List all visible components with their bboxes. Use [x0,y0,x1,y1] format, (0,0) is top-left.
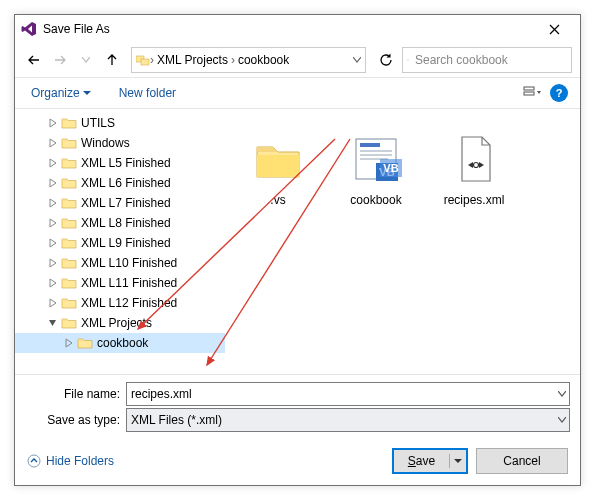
tree-toggle[interactable] [47,217,59,229]
folder-icon [61,215,77,231]
tree-toggle[interactable] [47,117,59,129]
breadcrumb-seg-1[interactable]: cookbook [235,53,292,67]
chevron-down-icon [82,57,90,63]
folder-icon [61,255,77,271]
folder-icon [61,175,77,191]
chevron-down-icon [558,391,566,397]
file-item[interactable]: recipes.xml [429,125,519,366]
tree-toggle[interactable] [63,337,75,349]
svg-point-2 [407,59,408,60]
folder-icon [61,155,77,171]
tree-item-label: XML L9 Finished [81,236,171,250]
close-button[interactable] [534,15,574,43]
chevron-down-icon [83,90,91,96]
folder-icon [61,115,77,131]
tree-item[interactable]: XML L12 Finished [15,293,225,313]
search-icon [407,53,409,67]
file-item[interactable]: .vs [233,125,323,366]
arrow-left-icon [27,53,41,67]
cancel-label: Cancel [503,454,540,468]
tree-toggle[interactable] [47,237,59,249]
view-options-button[interactable] [520,82,544,104]
save-button[interactable]: Save [392,448,468,474]
folder-icon [77,335,93,351]
up-button[interactable] [101,49,123,71]
tree-toggle[interactable] [47,197,59,209]
xmlfile-icon [446,131,502,187]
tree-toggle[interactable] [47,157,59,169]
tree-toggle[interactable] [47,317,59,329]
save-dropdown[interactable] [450,458,466,464]
file-list[interactable]: .vsVBVBcookbookrecipes.xml [225,109,580,374]
file-item[interactable]: VBVBcookbook [331,125,421,366]
file-item-label: .vs [270,193,285,207]
tree-item-label: XML L8 Finished [81,216,171,230]
tree-item-label: cookbook [97,336,148,350]
chevron-down-icon [558,417,566,423]
forward-button[interactable] [49,49,71,71]
new-folder-button[interactable]: New folder [115,84,180,102]
arrow-right-icon [53,53,67,67]
tree-item[interactable]: XML L5 Finished [15,153,225,173]
tree-item[interactable]: XML L9 Finished [15,233,225,253]
file-item-label: recipes.xml [444,193,505,207]
breadcrumb[interactable]: › XML Projects › cookbook [131,47,366,73]
filename-combo[interactable]: recipes.xml [126,382,570,406]
search-input[interactable] [413,52,567,68]
tree-toggle[interactable] [47,297,59,309]
refresh-icon [379,53,393,67]
savetype-value: XML Files (*.xml) [131,413,222,427]
folder-icon [61,235,77,251]
svg-rect-4 [524,92,534,95]
tree-toggle[interactable] [47,257,59,269]
search-box[interactable] [402,47,572,73]
svg-text:VB: VB [383,162,398,174]
filename-value: recipes.xml [131,387,192,401]
svg-point-17 [28,455,40,467]
svg-rect-8 [360,154,392,156]
tree-item[interactable]: XML L11 Finished [15,273,225,293]
tree-toggle[interactable] [47,137,59,149]
organize-label: Organize [31,86,80,100]
cancel-button[interactable]: Cancel [476,448,568,474]
tree-item[interactable]: UTILS [15,113,225,133]
help-button[interactable]: ? [550,84,568,102]
tree-item[interactable]: XML L8 Finished [15,213,225,233]
tree-item-label: XML L10 Finished [81,256,177,270]
hide-folders-button[interactable]: Hide Folders [27,454,114,468]
refresh-button[interactable] [374,48,398,72]
file-item-label: cookbook [350,193,401,207]
folder-icon [61,135,77,151]
navbar: › XML Projects › cookbook [15,43,580,77]
recent-dropdown[interactable] [75,49,97,71]
tree-item[interactable]: XML Projects [15,313,225,333]
svg-rect-1 [141,59,149,65]
new-folder-label: New folder [119,86,176,100]
breadcrumb-drop[interactable] [353,57,361,63]
view-icon [523,86,541,100]
tree-item[interactable]: Windows [15,133,225,153]
savetype-label: Save as type: [25,413,120,427]
folder-tree[interactable]: UTILSWindowsXML L5 FinishedXML L6 Finish… [15,109,225,374]
hide-folders-label: Hide Folders [46,454,114,468]
breadcrumb-seg-0[interactable]: XML Projects [154,53,231,67]
tree-item[interactable]: XML L7 Finished [15,193,225,213]
tree-toggle[interactable] [47,277,59,289]
savetype-combo[interactable]: XML Files (*.xml) [126,408,570,432]
chevron-down-icon [454,458,462,464]
vs-logo-icon [21,21,37,37]
tree-item[interactable]: XML L6 Finished [15,173,225,193]
tree-item-label: XML L11 Finished [81,276,177,290]
tree-item[interactable]: cookbook [15,333,225,353]
tree-toggle[interactable] [47,177,59,189]
tree-item[interactable]: XML L10 Finished [15,253,225,273]
svg-rect-7 [360,150,392,152]
back-button[interactable] [23,49,45,71]
organize-button[interactable]: Organize [27,84,95,102]
folder-icon [250,131,306,187]
close-icon [549,24,560,35]
folder-icon [61,295,77,311]
tree-item-label: XML Projects [81,316,152,330]
tree-item-label: UTILS [81,116,115,130]
folder-icon [61,275,77,291]
